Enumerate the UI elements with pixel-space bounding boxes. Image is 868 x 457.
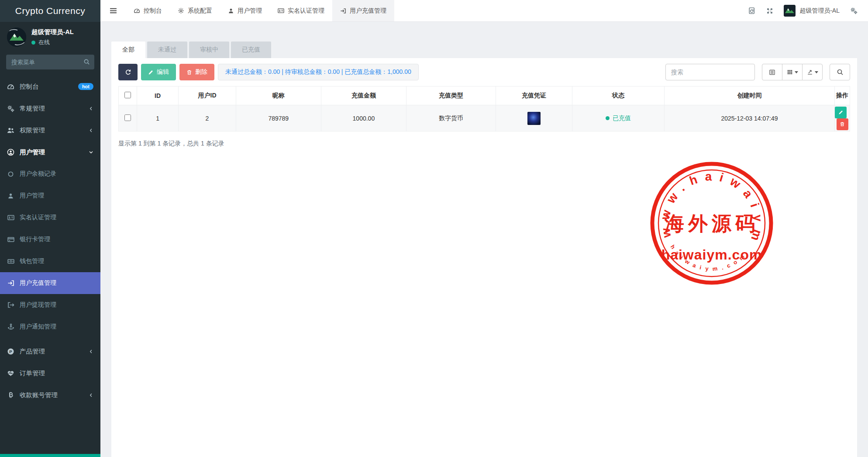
- sidebar-item-recharge-mgmt[interactable]: 用户充值管理: [0, 272, 100, 294]
- tab-label: 系统配置: [188, 7, 212, 15]
- column-header-nickname: 昵称: [236, 87, 321, 105]
- sidebar-item-user-mgmt[interactable]: 用户管理: [0, 141, 100, 163]
- tab-kyc-mgmt[interactable]: 实名认证管理: [270, 0, 332, 21]
- column-header-amount: 充值金额: [321, 87, 406, 105]
- user-icon: [7, 193, 14, 199]
- table-search-button[interactable]: [830, 64, 850, 80]
- chevron-left-icon: [89, 128, 93, 133]
- top-navbar: 控制台 系统配置 用户管理 实名认证管理: [100, 0, 868, 22]
- circle-icon: [7, 171, 14, 177]
- product-icon: P: [7, 348, 14, 355]
- column-header-voucher: 充值凭证: [496, 87, 572, 105]
- bank-card-icon: [7, 236, 14, 243]
- online-dot-icon: [31, 41, 35, 45]
- cell-status: 已充值: [572, 105, 664, 132]
- table-view-button-group: [762, 64, 823, 80]
- row-checkbox[interactable]: [124, 114, 131, 121]
- gears-icon: [7, 105, 14, 112]
- svg-text:P: P: [9, 349, 12, 353]
- clear-cache-icon[interactable]: [748, 7, 756, 14]
- tab-recharge-mgmt[interactable]: 用户充值管理: [332, 0, 394, 21]
- chevron-left-icon: [89, 106, 93, 111]
- edit-button[interactable]: 编辑: [141, 64, 176, 80]
- cell-nickname: 789789: [236, 105, 321, 132]
- pencil-icon: [148, 69, 154, 75]
- column-header-created: 创建时间: [664, 87, 834, 105]
- sidebar-item-label: 订单管理: [20, 369, 93, 377]
- sidebar-item-kyc[interactable]: 实名认证管理: [0, 207, 100, 228]
- settings-gears-icon[interactable]: [850, 7, 858, 14]
- sign-in-icon: [340, 8, 346, 14]
- sidebar-item-permissions[interactable]: 权限管理: [0, 119, 100, 141]
- filter-tab-rejected[interactable]: 未通过: [147, 42, 187, 58]
- edit-button-label: 编辑: [157, 68, 169, 76]
- filter-tab-reviewing[interactable]: 审核中: [189, 42, 229, 58]
- trash-icon: [186, 69, 192, 75]
- search-icon[interactable]: [83, 59, 90, 65]
- refresh-button[interactable]: [118, 64, 138, 80]
- caret-down-icon: [795, 71, 798, 73]
- amount-summary-text: 未通过总金额：0.00 | 待审核总金额：0.00 | 已充值总金额：1,000…: [225, 68, 411, 76]
- row-select-cell: [119, 105, 137, 132]
- cell-voucher: [496, 105, 572, 132]
- sidebar-item-dashboard[interactable]: 控制台 hot: [0, 76, 100, 97]
- filter-tab-all[interactable]: 全部: [111, 42, 145, 58]
- user-circle-icon: [7, 149, 14, 156]
- sign-in-icon: [7, 280, 14, 287]
- avatar: [7, 28, 26, 47]
- id-card-icon: [7, 214, 14, 221]
- hot-badge: hot: [78, 83, 93, 90]
- app-logo[interactable]: Crypto Currency: [0, 0, 100, 22]
- fullscreen-icon[interactable]: [766, 7, 773, 14]
- table-search-input[interactable]: [665, 64, 755, 80]
- voucher-thumbnail[interactable]: [527, 112, 541, 125]
- columns-dropdown-button[interactable]: [782, 64, 803, 80]
- recharge-table: ID 用户ID 昵称 充值金额 充值类型 充值凭证 状态 创建时间 操作: [118, 86, 850, 132]
- sidebar-item-label: 常规管理: [20, 104, 83, 113]
- sidebar-item-general[interactable]: 常规管理: [0, 97, 100, 119]
- sidebar-item-label: 银行卡管理: [20, 235, 93, 243]
- sidebar-item-label: 用户管理: [20, 192, 93, 200]
- navbar-right: 超级管理员-AL: [748, 0, 868, 21]
- tab-system-config[interactable]: 系统配置: [170, 0, 220, 21]
- tab-user-mgmt[interactable]: 用户管理: [220, 0, 270, 21]
- sidebar-item-bank-cards[interactable]: 银行卡管理: [0, 228, 100, 250]
- user-mgmt-submenu: 用户余额记录 用户管理 实名认证管理: [0, 163, 100, 338]
- sidebar-item-wallets[interactable]: 钱包管理: [0, 250, 100, 272]
- column-header-type: 充值类型: [406, 87, 496, 105]
- sidebar-item-orders[interactable]: 订单管理: [0, 362, 100, 384]
- menu-search-input[interactable]: [6, 55, 94, 69]
- toolbar: 编辑 删除 未通过总金额：0.00 | 待审核总金额：0.00 | 已充值总金额…: [118, 64, 850, 80]
- delete-button[interactable]: 删除: [179, 64, 214, 80]
- column-header-user-id: 用户ID: [179, 87, 236, 105]
- row-delete-button[interactable]: [837, 118, 848, 130]
- toggle-detail-view-button[interactable]: [762, 64, 782, 80]
- sidebar-item-payment-accounts[interactable]: 收款账号管理: [0, 384, 100, 406]
- sidebar-item-balance-records[interactable]: 用户余额记录: [0, 163, 100, 185]
- sidebar-item-notify-mgmt[interactable]: 用户通知管理: [0, 316, 100, 338]
- select-all-checkbox[interactable]: [124, 92, 131, 98]
- sidebar-item-withdraw-mgmt[interactable]: 用户提现管理: [0, 294, 100, 316]
- sidebar-toggle-button[interactable]: [100, 0, 126, 21]
- user-panel: 超级管理员-AL 在线: [0, 22, 100, 52]
- sidebar-item-label: 控制台: [20, 83, 73, 91]
- app-root: Crypto Currency 超级管理员-AL 在线: [0, 0, 868, 457]
- sidebar-item-label: 收款账号管理: [20, 391, 83, 399]
- sidebar-item-label: 用户管理: [20, 148, 83, 156]
- tab-label: 实名认证管理: [288, 7, 324, 15]
- filter-tabs: 全部 未通过 审核中 已充值: [111, 42, 857, 58]
- cell-type: 数字货币: [406, 105, 496, 132]
- cell-user-id: 2: [179, 105, 236, 132]
- sidebar-item-label: 实名认证管理: [20, 214, 93, 222]
- filter-tab-recharged[interactable]: 已充值: [231, 42, 271, 58]
- content-area: 全部 未通过 审核中 已充值 编辑: [100, 22, 868, 457]
- column-header-actions: 操作: [835, 87, 850, 105]
- pagination-info: 显示第 1 到第 1 条记录，总共 1 条记录: [118, 140, 850, 148]
- export-dropdown-button[interactable]: [802, 64, 823, 80]
- sidebar-item-users[interactable]: 用户管理: [0, 185, 100, 207]
- gear-icon: [178, 7, 184, 14]
- tab-dashboard[interactable]: 控制台: [126, 0, 170, 21]
- row-edit-button[interactable]: [835, 107, 847, 118]
- sidebar-item-products[interactable]: P 产品管理: [0, 340, 100, 362]
- user-menu[interactable]: 超级管理员-AL: [784, 5, 840, 17]
